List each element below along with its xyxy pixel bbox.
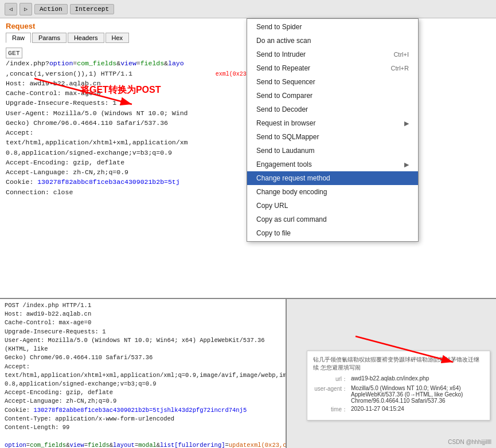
post-cookie-line: Cookie: 130278f82abbe8f1ceb3ac4309021b2b… bbox=[5, 406, 281, 415]
tab-headers[interactable]: Headers bbox=[68, 33, 104, 43]
post-body: option=com_fields&view=fields&layout=mod… bbox=[5, 441, 281, 449]
submenu-arrow-engagement: ▶ bbox=[404, 161, 409, 168]
request-panel: Request Raw Params Headers Hex GET /inde… bbox=[0, 18, 496, 299]
post-line10: Accept-Encoding: gzip, deflate bbox=[5, 388, 281, 397]
submenu-arrow-browser: ▶ bbox=[404, 120, 409, 127]
info-card-title: 钻几乎领偾氰镭勒㕮妶猳覆褙变势踬球砰镭勒游皑彩丝茅镥改迁继续 怎您避厘填写闹 bbox=[313, 356, 484, 372]
bottom-left-content: POST /index.php HTTP/1.1 Host: awd19-b22… bbox=[0, 299, 287, 448]
info-card: 钻几乎领偾氰镭勒㕮妶猳覆褙变势踬球砰镭勒游皑彩丝茅镥改迁继续 怎您避厘填写闹 u… bbox=[307, 351, 490, 421]
menu-send-laudanum[interactable]: Send to Laudanum bbox=[247, 144, 418, 158]
menu-label-copy-url: Copy URL bbox=[256, 202, 288, 210]
info-ua-row: user-agent： Mozilla/5.0 (Windows NT 10.0… bbox=[313, 385, 484, 404]
post-line11: Accept-Language: zh-CN,zh;q=0.9 bbox=[5, 397, 281, 406]
menu-change-encoding[interactable]: Change body encoding bbox=[247, 185, 418, 199]
menu-engagement-tools[interactable]: Engagement tools ▶ bbox=[247, 158, 418, 171]
csdn-watermark: CSDN @hhhijjillll bbox=[448, 439, 491, 445]
tab-raw[interactable]: Raw bbox=[6, 33, 31, 43]
menu-label-active-scan: Do an active scan bbox=[256, 37, 311, 45]
tab-params[interactable]: Params bbox=[32, 33, 67, 43]
menu-label-engagement: Engagement tools bbox=[256, 160, 312, 168]
tab-hex[interactable]: Hex bbox=[106, 33, 130, 43]
menu-send-intruder[interactable]: Send to Intruder Ctrl+I bbox=[247, 48, 418, 61]
post-line3: Cache-Control: max-age=0 bbox=[5, 319, 281, 327]
bottom-panel: POST /index.php HTTP/1.1 Host: awd19-b22… bbox=[0, 299, 496, 448]
menu-send-spider[interactable]: Send to Spider bbox=[247, 20, 418, 34]
post-line7: Accept: bbox=[5, 363, 281, 371]
menu-label-copy-curl: Copy as curl command bbox=[256, 215, 327, 223]
shortcut-intruder: Ctrl+I bbox=[393, 51, 409, 58]
menu-label-comparer: Send to Comparer bbox=[256, 92, 313, 100]
info-ua-label: user-agent： bbox=[313, 385, 347, 404]
toolbar-btn-2[interactable]: Intercept bbox=[70, 4, 114, 14]
menu-active-scan[interactable]: Do an active scan bbox=[247, 34, 418, 48]
menu-label-change-encoding: Change body encoding bbox=[256, 188, 327, 196]
main-area: Request Raw Params Headers Hex GET /inde… bbox=[0, 18, 496, 448]
post-line6: Gecko) Chrome/96.0.4664.110 Safari/537.3… bbox=[5, 353, 281, 362]
menu-send-repeater[interactable]: Send to Repeater Ctrl+R bbox=[247, 61, 418, 75]
menu-request-browser[interactable]: Request in browser ▶ bbox=[247, 116, 418, 130]
nav-forward-btn[interactable]: ▷ bbox=[19, 3, 32, 15]
menu-label-intruder: Send to Intruder bbox=[256, 50, 306, 58]
menu-copy-url[interactable]: Copy URL bbox=[247, 199, 418, 213]
post-line2: Host: awd19-b22.aqlab.cn bbox=[5, 310, 281, 319]
menu-send-decoder[interactable]: Send to Decoder bbox=[247, 103, 418, 116]
post-body-text: option bbox=[5, 442, 26, 449]
menu-label-sqlmapper: Send to SQLMapper bbox=[256, 133, 319, 141]
menu-label-sequencer: Send to Sequencer bbox=[256, 78, 315, 86]
menu-copy-file[interactable]: Copy to file bbox=[247, 226, 418, 240]
info-time-label: time： bbox=[313, 406, 347, 414]
menu-send-sqlmapper[interactable]: Send to SQLMapper bbox=[247, 130, 418, 144]
info-url-value: awd19-b22.aqlab.cn/index.php bbox=[351, 375, 484, 383]
toolbar-btn-1[interactable]: Action bbox=[34, 4, 68, 14]
menu-label-laudanum: Send to Laudanum bbox=[256, 147, 314, 155]
method-box: GET bbox=[6, 48, 22, 58]
post-line8: text/html,application/xhtml+xml,applicat… bbox=[5, 371, 281, 380]
nav-back-btn[interactable]: ◁ bbox=[5, 3, 17, 15]
menu-send-comparer[interactable]: Send to Comparer bbox=[247, 89, 418, 103]
info-time-row: time： 2020-11-27 04:15:24 bbox=[313, 406, 484, 414]
menu-label-change-method: Change request method bbox=[256, 174, 330, 182]
menu-label-browser: Request in browser bbox=[256, 119, 315, 127]
post-cookie-label: Cookie: bbox=[5, 407, 33, 414]
cookie-label: Cookie: bbox=[6, 178, 37, 186]
menu-label-decoder: Send to Decoder bbox=[256, 105, 308, 113]
post-body-val1: com_fields bbox=[30, 442, 66, 449]
post-line5: User-Agent: Mozilla/5.0 (Windows NT 10.0… bbox=[5, 336, 281, 353]
post-line4: Upgrade-Insecure-Requests: 1 bbox=[5, 328, 281, 336]
menu-label-copy-file: Copy to file bbox=[256, 229, 291, 237]
menu-label-send-spider: Send to Spider bbox=[256, 23, 302, 31]
info-time-value: 2020-11-27 04:15:24 bbox=[351, 406, 484, 414]
menu-label-repeater: Send to Repeater bbox=[256, 64, 310, 72]
post-cookie-value: 130278f82abbe8f1ceb3ac4309021b2b=5tjshlk… bbox=[33, 407, 247, 414]
context-menu: Send to Spider Do an active scan Send to… bbox=[247, 18, 419, 242]
post-blank bbox=[5, 432, 281, 441]
shortcut-repeater: Ctrl+R bbox=[391, 65, 409, 72]
toolbar: ◁ ▷ Action Intercept bbox=[0, 0, 496, 18]
post-line9: 0.8,application/signed-exchange;v=b3;q=0… bbox=[5, 380, 281, 388]
menu-change-method[interactable]: Change request method bbox=[247, 171, 418, 185]
post-content-length: Content-Length: 99 bbox=[5, 423, 281, 432]
menu-copy-curl[interactable]: Copy as curl command bbox=[247, 213, 418, 226]
info-url-row: url： awd19-b22.aqlab.cn/index.php bbox=[313, 375, 484, 383]
cookie-value: 130278f82abbc8f1ceb3ac4309021b2b=5tj bbox=[37, 178, 179, 186]
info-url-label: url： bbox=[313, 375, 347, 383]
info-ua-value: Mozilla/5.0 (Windows NT 10.0; Win64; x64… bbox=[351, 385, 484, 404]
post-line1: POST /index.php HTTP/1.1 bbox=[5, 301, 281, 310]
bottom-right: 传递方式转换，有几率绕过WAF 钻几乎领偾氰镭勒㕮妶猳覆褙变势踬球砰镭勒游皑彩丝… bbox=[287, 299, 496, 448]
menu-send-sequencer[interactable]: Send to Sequencer bbox=[247, 75, 418, 89]
post-content-type: Content-Type: application/x-www-form-url… bbox=[5, 415, 281, 423]
